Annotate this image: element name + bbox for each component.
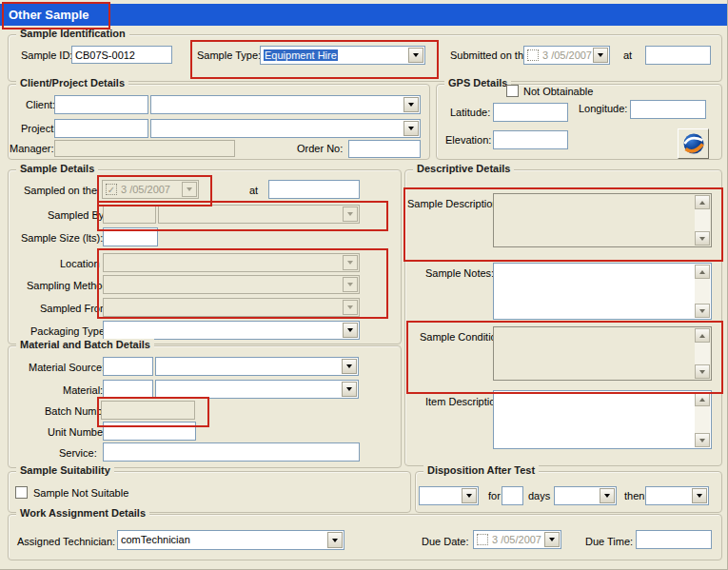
- sample-size-label: Sample Size (lts):: [21, 232, 103, 244]
- disposition-then-dropdown[interactable]: [645, 486, 709, 505]
- sampled-on-label: Sampled on the: [24, 185, 97, 196]
- chevron-down-icon: [182, 182, 197, 197]
- scroll-up-icon[interactable]: [695, 392, 710, 406]
- scrollbar: [695, 195, 710, 246]
- item-description-textarea[interactable]: [493, 390, 712, 449]
- scroll-down-icon[interactable]: [695, 433, 710, 447]
- not-obtainable-label: Not Obtainable: [523, 86, 593, 97]
- disposition-then-label: then: [624, 490, 644, 501]
- sample-not-suitable-label: Sample Not Suitable: [33, 487, 128, 499]
- chevron-down-icon[interactable]: [327, 532, 343, 548]
- sample-notes-textarea[interactable]: [493, 263, 712, 320]
- scroll-down-icon[interactable]: [695, 231, 710, 246]
- not-obtainable-checkbox[interactable]: [506, 85, 519, 97]
- scrollbar: [695, 328, 710, 379]
- chevron-down-icon: [343, 255, 358, 270]
- sampled-on-date-value: 3 /05/2007: [121, 184, 170, 195]
- sampled-at-label: at: [249, 185, 258, 196]
- due-date-picker[interactable]: 3 /05/2007: [473, 530, 561, 549]
- date-checkbox-icon[interactable]: [527, 49, 539, 61]
- disposition-for-label: for: [488, 490, 501, 501]
- sample-size-input[interactable]: [103, 227, 158, 246]
- unit-number-input[interactable]: [103, 422, 196, 441]
- elevation-input[interactable]: [493, 130, 568, 149]
- assigned-technician-dropdown[interactable]: comTechnician: [117, 530, 344, 550]
- client-dropdown[interactable]: [150, 95, 421, 114]
- sample-not-suitable-checkbox[interactable]: [15, 486, 28, 499]
- chevron-down-icon[interactable]: [544, 532, 560, 547]
- elevation-label: Elevation:: [445, 134, 491, 146]
- order-no-input[interactable]: [348, 140, 421, 158]
- chevron-down-icon[interactable]: [342, 382, 357, 397]
- sample-description-label: Sample Description:: [407, 198, 501, 209]
- scroll-up-icon[interactable]: [695, 195, 710, 209]
- due-date-value: 3 /05/2007: [492, 534, 541, 545]
- chevron-down-icon[interactable]: [462, 488, 477, 503]
- service-input[interactable]: [103, 442, 360, 462]
- chevron-down-icon[interactable]: [408, 48, 423, 63]
- scroll-down-icon[interactable]: [695, 304, 710, 318]
- service-label: Service:: [59, 447, 97, 459]
- project-code-input[interactable]: [54, 119, 148, 138]
- latitude-label: Latitude:: [450, 107, 490, 118]
- sampled-by-dropdown: [158, 205, 360, 224]
- due-time-input[interactable]: [636, 530, 712, 549]
- material-label: Material:: [63, 384, 103, 396]
- chevron-down-icon[interactable]: [403, 121, 419, 136]
- scroll-up-icon[interactable]: [695, 265, 710, 279]
- chevron-down-icon: [343, 206, 358, 222]
- sample-type-dropdown[interactable]: Equipment Hire: [260, 46, 425, 65]
- material-dropdown[interactable]: [155, 380, 359, 399]
- disposition-action-dropdown[interactable]: [419, 486, 479, 505]
- latitude-input[interactable]: [493, 103, 568, 122]
- globe-icon: [682, 132, 705, 155]
- assigned-technician-label: Assigned Technician:: [17, 536, 115, 547]
- client-code-input[interactable]: [54, 95, 148, 114]
- chevron-down-icon[interactable]: [403, 97, 419, 112]
- location-dropdown: [103, 253, 360, 272]
- longitude-input[interactable]: [630, 100, 706, 119]
- window-title: Other Sample: [9, 8, 89, 22]
- group-legend: Material and Batch Details: [16, 339, 154, 350]
- sampled-at-input[interactable]: [268, 180, 360, 199]
- disposition-days-label: days: [528, 490, 550, 501]
- submitted-on-label: Submitted on the: [450, 49, 529, 61]
- client-label: Client:: [26, 99, 55, 110]
- material-source-code-input[interactable]: [103, 357, 153, 376]
- scroll-down-icon[interactable]: [695, 364, 710, 379]
- material-source-label: Material Source:: [29, 362, 105, 373]
- group-legend: Descriptive Details: [413, 163, 514, 174]
- chevron-down-icon[interactable]: [692, 488, 707, 503]
- batch-number-field: [101, 401, 195, 420]
- window-titlebar: Other Sample: [0, 4, 728, 26]
- project-dropdown[interactable]: [150, 119, 421, 138]
- gps-locate-button[interactable]: [678, 128, 709, 159]
- location-label: Location: [60, 258, 100, 269]
- scroll-up-icon[interactable]: [695, 328, 710, 343]
- material-source-dropdown[interactable]: [155, 357, 359, 376]
- sample-id-input[interactable]: [71, 46, 172, 64]
- packaging-type-dropdown[interactable]: [103, 321, 360, 340]
- chevron-down-icon[interactable]: [600, 488, 615, 503]
- submitted-at-input[interactable]: [645, 46, 711, 65]
- group-legend: Sample Identification: [16, 28, 129, 39]
- longitude-label: Longitude:: [579, 103, 627, 114]
- chevron-down-icon[interactable]: [343, 323, 358, 338]
- date-checkbox-icon[interactable]: [477, 534, 488, 545]
- material-code-input[interactable]: [103, 380, 153, 399]
- date-checkbox-checked-icon: ✓: [106, 184, 117, 195]
- scrollbar: [695, 265, 710, 318]
- chevron-down-icon[interactable]: [342, 359, 357, 374]
- disposition-period-dropdown[interactable]: [554, 486, 617, 505]
- due-date-label: Due Date:: [422, 536, 469, 547]
- manager-label: Manager:: [10, 143, 53, 154]
- disposition-days-input[interactable]: [502, 486, 523, 505]
- chevron-down-icon[interactable]: [593, 48, 608, 63]
- group-legend: GPS Details: [444, 77, 511, 88]
- chevron-down-icon: [343, 277, 358, 292]
- submitted-date-picker[interactable]: 3 /05/2007: [523, 46, 610, 65]
- sampled-on-date-picker: ✓ 3 /05/2007: [102, 180, 199, 199]
- group-legend: Work Assignment Details: [16, 507, 149, 519]
- submitted-date-value: 3 /05/2007: [542, 49, 592, 61]
- group-legend: Sample Details: [16, 163, 98, 174]
